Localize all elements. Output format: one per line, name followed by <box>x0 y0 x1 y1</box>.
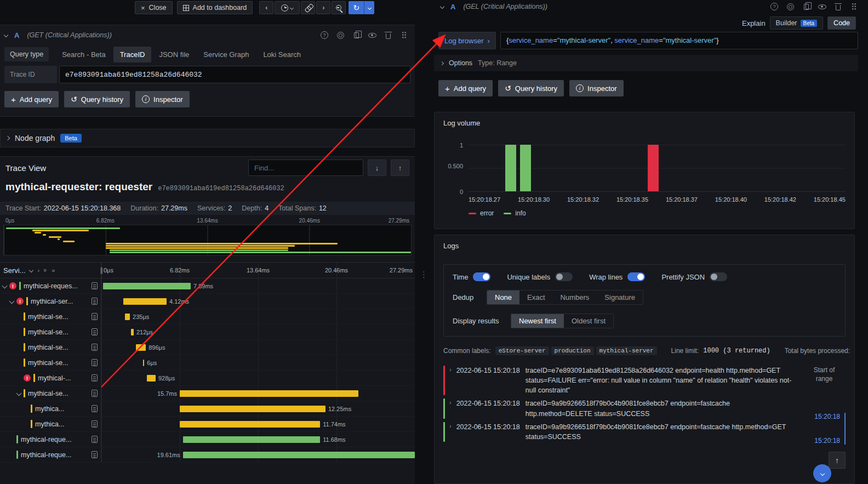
query-drag-handle[interactable] <box>399 31 408 39</box>
span-timeline[interactable]: 4.12ms <box>101 294 415 309</box>
log-expand-icon[interactable]: › <box>449 398 452 407</box>
span-timeline[interactable]: 6μs <box>101 355 415 370</box>
refresh-interval-dropdown[interactable] <box>364 1 374 14</box>
span-row[interactable]: mythical-reque...11.68ms <box>0 432 415 447</box>
span-timeline[interactable]: 15.7ms <box>101 386 415 401</box>
span-name-cell[interactable]: mythica... <box>0 401 101 416</box>
dedup-option-numbers[interactable]: Numbers <box>553 291 597 304</box>
span-bar[interactable] <box>183 452 415 458</box>
span-timeline[interactable]: 212μs <box>101 324 415 339</box>
span-logs-icon[interactable] <box>92 420 98 428</box>
span-row[interactable]: mythica...12.25ms <box>0 401 415 417</box>
display-option-oldest-first[interactable]: Oldest first <box>564 314 613 328</box>
inspector-button[interactable]: Inspector <box>569 80 623 96</box>
span-bar[interactable] <box>180 421 320 428</box>
span-name-cell[interactable]: mythical-se... <box>0 309 101 324</box>
span-timeline[interactable]: 7.89ms <box>101 278 415 293</box>
query-token[interactable]: = <box>659 36 663 44</box>
span-logs-icon[interactable] <box>92 374 98 381</box>
query-token[interactable]: "mythical-server" <box>663 36 716 44</box>
inspector-button[interactable]: Inspector <box>135 91 189 107</box>
span-name-cell[interactable]: mythical-se... <box>0 355 101 370</box>
zoom-out-button[interactable] <box>332 1 346 14</box>
span-logs-icon[interactable] <box>92 298 98 305</box>
span-timeline[interactable]: 235μs <box>101 309 415 324</box>
volume-bar-info[interactable] <box>505 145 516 191</box>
trace-id-input[interactable] <box>59 66 410 83</box>
scroll-top-button[interactable]: ↑ <box>829 452 846 469</box>
volume-bar-error[interactable] <box>648 145 659 191</box>
query-token[interactable]: service_name <box>509 36 553 44</box>
toggle-switch-prettify-json[interactable] <box>710 272 727 281</box>
span-logs-icon[interactable] <box>92 436 98 443</box>
span-row[interactable]: !mythical-reques...7.89ms <box>0 278 415 294</box>
span-bar[interactable] <box>143 360 145 366</box>
volume-bar-info[interactable] <box>520 145 531 191</box>
query-remove-icon[interactable] <box>833 2 842 11</box>
query-token[interactable]: "mythical-server" <box>557 36 610 44</box>
span-logs-icon[interactable] <box>92 328 98 335</box>
query-token[interactable]: service_name <box>614 36 659 44</box>
span-bar[interactable] <box>180 390 358 397</box>
scroll-bottom-button[interactable] <box>813 464 831 482</box>
span-timeline[interactable]: 19.61ms <box>101 447 415 462</box>
span-row[interactable]: !mythical-ser...4.12ms <box>0 294 415 309</box>
query-token[interactable]: } <box>716 36 718 44</box>
query-history-button[interactable]: ↺Query history <box>498 80 564 96</box>
query-copy-icon[interactable] <box>802 2 810 11</box>
add-query-button[interactable]: +Add query <box>438 80 493 96</box>
span-name-cell[interactable]: !mythical-... <box>0 371 101 385</box>
span-logs-icon[interactable] <box>92 344 98 351</box>
time-picker-button[interactable] <box>275 1 300 14</box>
span-name-cell[interactable]: mythical-se... <box>0 324 101 339</box>
span-row[interactable]: !mythical-...928μs <box>0 371 415 386</box>
span-bar[interactable] <box>147 375 156 381</box>
builder-mode-button[interactable]: Builder Beta <box>770 16 824 30</box>
span-expander-icon[interactable] <box>2 283 8 289</box>
legend-item-error[interactable]: error <box>469 209 494 217</box>
time-shift-forward-button[interactable]: › <box>316 1 330 14</box>
span-timeline[interactable]: 11.74ms <box>101 417 415 431</box>
find-input[interactable] <box>248 160 363 176</box>
span-logs-icon[interactable] <box>92 282 98 289</box>
common-label-chip[interactable]: eStore-server <box>495 346 549 355</box>
tab-traceid[interactable]: TraceID <box>113 47 152 62</box>
span-timeline[interactable]: 896μs <box>101 340 415 355</box>
span-timeline[interactable]: 11.68ms <box>101 432 415 447</box>
collapse-query-icon[interactable] <box>4 33 8 37</box>
collapse-all-icon[interactable]: » <box>42 269 49 272</box>
span-row[interactable]: mythical-se...896μs <box>0 340 415 355</box>
span-name-cell[interactable]: !mythical-reques... <box>0 278 101 293</box>
span-bar[interactable] <box>123 298 167 305</box>
span-logs-icon[interactable] <box>92 313 98 320</box>
query-options-row[interactable]: Options Type: Range <box>434 55 858 71</box>
collapse-query-icon[interactable] <box>440 4 444 9</box>
column-resizer[interactable]: ∥ <box>100 266 103 274</box>
dedup-option-none[interactable]: None <box>487 291 519 304</box>
span-row[interactable]: mythical-reque...19.61ms <box>0 447 415 463</box>
log-timeline-navigation[interactable]: 15:20:18 15:20:18 <box>814 413 846 445</box>
dedup-option-exact[interactable]: Exact <box>519 291 553 304</box>
query-hide-icon[interactable] <box>818 2 826 11</box>
add-to-dashboard-button[interactable]: Add to dashboard <box>177 1 253 14</box>
query-token[interactable]: = <box>553 36 557 44</box>
query-help-icon[interactable] <box>320 31 329 39</box>
span-bar[interactable] <box>131 329 134 335</box>
query-history-button[interactable]: ↺Query history <box>64 91 130 107</box>
refresh-button[interactable]: ↻ <box>349 1 374 14</box>
chevron-down-icon[interactable] <box>29 268 33 272</box>
query-expression-input[interactable]: {service_name="mythical-server", service… <box>500 32 858 49</box>
find-next-button[interactable]: ↓ <box>368 160 386 176</box>
trace-minimap[interactable] <box>3 225 412 255</box>
span-logs-icon[interactable] <box>92 390 98 397</box>
tab-loki-search[interactable]: Loki Search <box>256 47 307 62</box>
find-prev-button[interactable]: ↑ <box>391 160 409 176</box>
span-name-cell[interactable]: mythical-se... <box>0 386 101 401</box>
span-row[interactable]: mythical-se...6μs <box>0 355 415 371</box>
query-remove-icon[interactable] <box>384 31 392 39</box>
query-disable-icon[interactable] <box>786 2 795 11</box>
collapse-one-icon[interactable]: › <box>37 267 39 274</box>
log-row[interactable]: ›2022-06-15 15:20:18traceID=9a9b9266518f… <box>443 397 846 420</box>
query-hide-icon[interactable] <box>368 31 376 39</box>
span-bar[interactable] <box>180 406 326 412</box>
